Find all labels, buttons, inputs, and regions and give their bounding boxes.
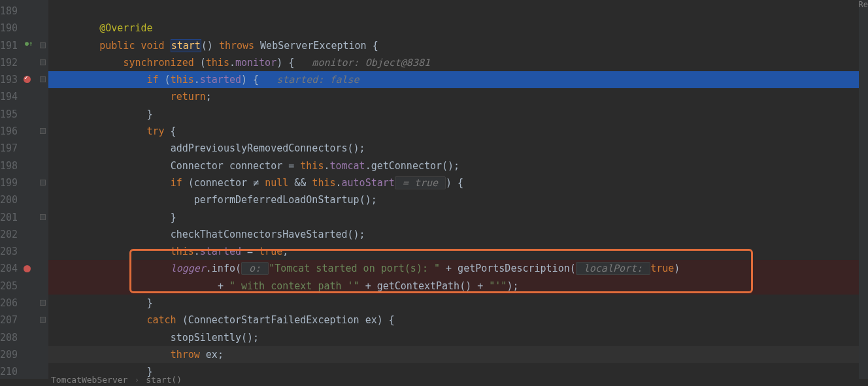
line-number[interactable]: 194 bbox=[0, 88, 38, 105]
fold-toggle-icon[interactable] bbox=[40, 59, 46, 65]
line-number[interactable]: 205 bbox=[0, 278, 38, 295]
execution-line[interactable]: if (this.started) { started: false bbox=[48, 71, 868, 88]
line-number[interactable]: 190 bbox=[0, 20, 38, 37]
code-line[interactable]: try { bbox=[48, 123, 868, 140]
line-number[interactable]: 196 bbox=[0, 123, 38, 140]
line-number[interactable]: 208 bbox=[0, 329, 38, 346]
annotation: @Override bbox=[99, 22, 152, 34]
code-editor[interactable]: 1891901911921931941951961971981992002012… bbox=[0, 0, 868, 379]
code-line[interactable]: } bbox=[48, 295, 868, 312]
line-number[interactable]: 192 bbox=[0, 54, 38, 71]
code-line[interactable]: this.started = true; bbox=[48, 243, 868, 260]
code-line[interactable]: @Override bbox=[48, 20, 868, 37]
param-hint: o: bbox=[241, 262, 269, 275]
line-number[interactable]: 201 bbox=[0, 209, 38, 226]
fold-toggle-icon[interactable] bbox=[40, 180, 46, 185]
fold-toggle-icon[interactable] bbox=[40, 42, 46, 48]
code-line[interactable]: performDeferredLoadOnStartup(); bbox=[48, 191, 868, 208]
code-line[interactable]: synchronized (this.monitor) { monitor: O… bbox=[48, 54, 868, 71]
fold-toggle-icon[interactable] bbox=[40, 214, 46, 220]
code-line[interactable]: } bbox=[48, 106, 868, 123]
code-line[interactable]: Connector connector = this.tomcat.getCon… bbox=[48, 157, 868, 174]
code-line[interactable]: + " with context path '" + getContextPat… bbox=[48, 278, 868, 295]
line-number[interactable]: 203 bbox=[0, 243, 38, 260]
code-line[interactable]: throw ex; bbox=[48, 346, 868, 363]
line-number[interactable]: 189 bbox=[0, 3, 38, 20]
fold-column[interactable] bbox=[38, 0, 48, 379]
line-number[interactable]: 209 bbox=[0, 346, 38, 363]
line-number[interactable]: 200 bbox=[0, 191, 38, 208]
code-line[interactable]: if (connector ≠ null && this.autoStart =… bbox=[48, 174, 868, 191]
inline-hint: = true bbox=[395, 176, 446, 189]
code-line[interactable]: stopSilently(); bbox=[48, 329, 868, 346]
fold-toggle-icon[interactable] bbox=[40, 76, 46, 82]
breadcrumbs[interactable]: TomcatWebServer › start() bbox=[51, 373, 182, 386]
code-line[interactable]: addPreviouslyRemovedConnectors(); bbox=[48, 140, 868, 157]
vcs-change-icon[interactable]: ●↑ bbox=[24, 40, 33, 49]
code-line[interactable] bbox=[48, 3, 868, 20]
breadcrumb-method[interactable]: start() bbox=[146, 375, 182, 385]
inline-hint: monitor: Object@8381 bbox=[294, 57, 430, 69]
param-hint: localPort: bbox=[576, 262, 650, 275]
code-line[interactable]: checkThatConnectorsHaveStarted(); bbox=[48, 226, 868, 243]
line-number[interactable]: 204 bbox=[0, 260, 38, 277]
right-label: Re bbox=[859, 0, 868, 9]
code-area[interactable]: @Override public void start() throws Web… bbox=[48, 0, 868, 379]
line-number[interactable]: 210 bbox=[0, 363, 38, 380]
line-number[interactable]: 202 bbox=[0, 226, 38, 243]
fold-toggle-icon[interactable] bbox=[40, 317, 46, 323]
code-line[interactable]: } bbox=[48, 209, 868, 226]
breakpoint-line[interactable]: logger.info( o: "Tomcat started on port(… bbox=[48, 260, 868, 277]
breadcrumb-class[interactable]: TomcatWebServer bbox=[51, 375, 127, 385]
code-line[interactable]: catch (ConnectorStartFailedException ex)… bbox=[48, 312, 868, 329]
line-number-gutter[interactable]: 1891901911921931941951961971981992002012… bbox=[0, 0, 38, 379]
inline-hint: started: false bbox=[259, 74, 359, 86]
code-line[interactable]: public void start() throws WebServerExce… bbox=[48, 37, 868, 54]
line-number[interactable]: 198 bbox=[0, 157, 38, 174]
line-number[interactable]: 206 bbox=[0, 295, 38, 312]
code-line[interactable]: return; bbox=[48, 88, 868, 105]
line-number[interactable]: 199 bbox=[0, 174, 38, 191]
line-number[interactable]: 197 bbox=[0, 140, 38, 157]
line-number[interactable]: 193 bbox=[0, 71, 38, 88]
fold-toggle-icon[interactable] bbox=[40, 300, 46, 306]
line-number[interactable]: 195 bbox=[0, 106, 38, 123]
line-number[interactable]: 207 bbox=[0, 312, 38, 329]
breakpoint-icon[interactable] bbox=[24, 265, 31, 272]
breadcrumb-separator-icon: › bbox=[134, 375, 139, 385]
fold-toggle-icon[interactable] bbox=[40, 128, 46, 134]
error-stripe[interactable] bbox=[859, 0, 868, 379]
method-name: start bbox=[171, 39, 201, 52]
